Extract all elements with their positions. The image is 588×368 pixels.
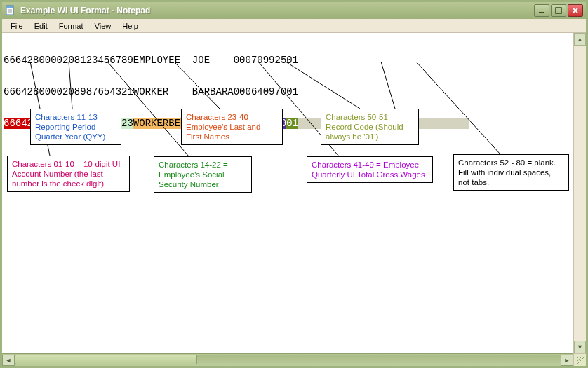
horizontal-scrollbar[interactable]: ◄ ► <box>2 353 573 366</box>
titlebar[interactable]: Example WI UI Format - Notepad <box>2 2 586 19</box>
callout-ssn: Characters 14-22 = Employee's Social Sec… <box>154 156 252 193</box>
callout-blank: Characters 52 - 80 = blank. Fill with in… <box>453 154 569 191</box>
callout-account: Characters 01-10 = 10-digit UI Account N… <box>7 156 130 192</box>
notepad-icon <box>5 5 16 16</box>
menu-file[interactable]: File <box>5 20 29 32</box>
window-title: Example WI UI Format - Notepad <box>20 6 150 15</box>
callout-name: Characters 23-40 = Employee's Last and F… <box>181 109 283 145</box>
close-button[interactable] <box>568 4 583 17</box>
scroll-up-icon[interactable]: ▲ <box>574 33 586 46</box>
scroll-thumb[interactable] <box>15 355 197 364</box>
scroll-track[interactable] <box>15 355 561 366</box>
text-area[interactable]: 6664280000208123456789EMPLOYEE JOE 00070… <box>2 33 586 366</box>
menubar: File Edit Format View Help <box>2 19 586 33</box>
svg-rect-5 <box>539 12 544 13</box>
record-line: 6664280000208123456789EMPLOYEE JOE 00070… <box>4 55 469 66</box>
field-reccode: 01 <box>286 118 298 129</box>
menu-view[interactable]: View <box>89 20 117 32</box>
scroll-down-icon[interactable]: ▼ <box>574 341 586 353</box>
callout-reccode: Characters 50-51 = Record Code (Should a… <box>321 109 419 145</box>
resize-grip-icon[interactable] <box>573 353 586 366</box>
notepad-window: Example WI UI Format - Notepad File Edit… <box>0 0 588 368</box>
vertical-scrollbar[interactable]: ▲ ▼ <box>573 33 586 353</box>
menu-edit[interactable]: Edit <box>29 20 53 32</box>
callout-wages: Characters 41-49 = Employee Quarterly UI… <box>307 156 433 183</box>
record-line: 6664280000208987654321WORKER BARBARA0006… <box>4 87 469 97</box>
minimize-button[interactable] <box>534 4 549 17</box>
scroll-right-icon[interactable]: ► <box>561 355 573 366</box>
menu-format[interactable]: Format <box>53 20 89 32</box>
scroll-left-icon[interactable]: ◄ <box>2 355 15 366</box>
callout-quarter: Characters 11-13 = Reporting Period Quar… <box>30 109 121 145</box>
maximize-button[interactable] <box>551 4 566 17</box>
menu-help[interactable]: Help <box>116 20 144 32</box>
svg-rect-6 <box>556 8 561 13</box>
svg-rect-1 <box>6 6 13 8</box>
